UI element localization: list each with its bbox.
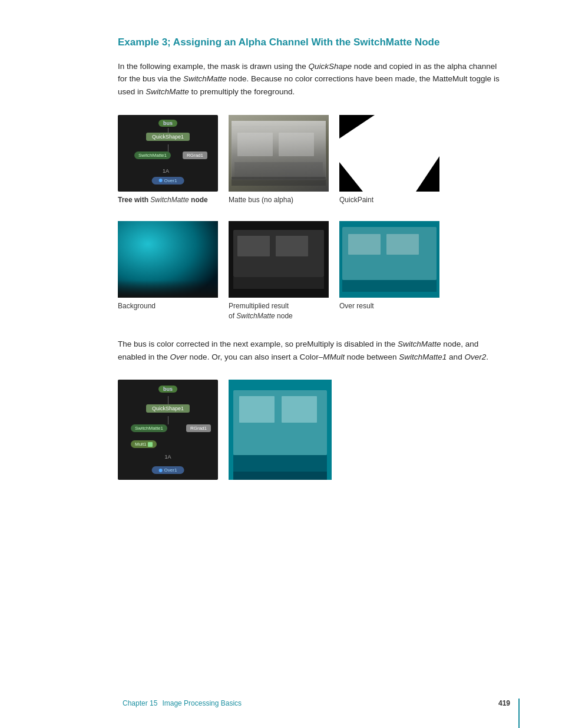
tree2-image: bus QuickShape1 SwitchMatte1 RGrad1 Mult… — [118, 380, 218, 480]
image-block-premult: Premultiplied resultof SwitchMatte node — [229, 221, 329, 321]
over-result-image — [339, 221, 439, 298]
svg-rect-11 — [233, 277, 324, 289]
tree2-sm-node: SwitchMatte1 — [131, 424, 167, 432]
footer-line — [518, 699, 520, 728]
image-row-3: bus QuickShape1 SwitchMatte1 RGrad1 Mult… — [118, 380, 515, 483]
tree2-rg-node: RGrad1 — [186, 424, 211, 432]
tree2-qs-node: QuickShape1 — [146, 404, 190, 413]
body-paragraph-1: In the following example, the mask is dr… — [118, 60, 507, 98]
svg-marker-5 — [339, 115, 439, 192]
svg-rect-9 — [237, 236, 270, 256]
bus-photo — [229, 115, 329, 192]
tree-image: bus QuickShape1 SwitchMatte1 RGrad1 1A O… — [118, 115, 218, 192]
footer-chapter: Chapter 15Image Processing Basics — [118, 699, 242, 707]
section-title: Example 3; Assigning an Alpha Channel Wi… — [118, 35, 515, 50]
image-block-quickpaint: QuickPaint — [339, 115, 439, 205]
tree2-over-node: Over1 — [152, 466, 184, 474]
background-image — [118, 221, 218, 298]
svg-rect-22 — [233, 472, 327, 480]
premult-caption: Premultiplied resultof SwitchMatte node — [229, 301, 293, 321]
tree2-1a-label: 1A — [164, 454, 171, 460]
svg-rect-6 — [118, 221, 218, 298]
svg-rect-20 — [282, 396, 317, 423]
bus-svg — [229, 115, 329, 192]
tree2-bus-node: bus — [158, 386, 177, 393]
image-row-1: bus QuickShape1 SwitchMatte1 RGrad1 1A O… — [118, 115, 515, 205]
tree2-mult-node: Mult1 — [131, 440, 157, 448]
premult-image — [229, 221, 329, 298]
image-block-background: Background — [118, 221, 218, 311]
quickpaint-image — [339, 115, 439, 192]
image-block-over-result: Over result — [339, 221, 439, 311]
quickshape-node: QuickShape1 — [146, 133, 190, 141]
bg-svg — [118, 221, 218, 298]
svg-rect-4 — [232, 177, 326, 186]
1a-label: 1A — [163, 168, 169, 174]
bus-caption: Matte bus (no alpha) — [229, 195, 293, 205]
tree2-over-dot — [159, 469, 163, 472]
svg-rect-1 — [237, 133, 273, 156]
footer-page-number: 419 — [498, 699, 515, 707]
tree2-line1 — [168, 396, 168, 404]
body-paragraph-2: The bus is color corrected in the next e… — [118, 338, 507, 363]
image-row-2: Background Premultiplied resultof Switch… — [118, 221, 515, 321]
svg-rect-3 — [234, 162, 323, 177]
quickpaint-svg — [339, 115, 439, 192]
switchmatte-node: SwitchMatte1 — [134, 151, 171, 159]
over-result-caption: Over result — [339, 301, 374, 311]
tree-caption: Tree with SwitchMatte node — [118, 195, 208, 205]
image-block-tree2: bus QuickShape1 SwitchMatte1 RGrad1 Mult… — [118, 380, 218, 483]
tree2-line2 — [168, 416, 168, 424]
footer: Chapter 15Image Processing Basics 419 — [0, 699, 562, 707]
svg-rect-10 — [276, 236, 308, 256]
bus-photo2-image — [229, 380, 332, 480]
svg-rect-16 — [342, 280, 437, 292]
svg-rect-15 — [386, 234, 419, 255]
image-block-bus: Matte bus (no alpha) — [229, 115, 329, 205]
premult-svg — [229, 221, 329, 298]
bus-node: bus — [158, 120, 177, 127]
svg-rect-14 — [348, 234, 381, 255]
quickpaint-caption: QuickPaint — [339, 195, 373, 205]
page-container: Example 3; Assigning an Alpha Channel Wi… — [0, 0, 562, 728]
image-block-tree: bus QuickShape1 SwitchMatte1 RGrad1 1A O… — [118, 115, 218, 205]
over-result-svg — [339, 221, 439, 298]
rgrad-node: RGrad1 — [183, 151, 207, 159]
bus2-svg — [229, 380, 332, 480]
over-node: Over1 — [152, 177, 184, 185]
image-block-bus2 — [229, 380, 332, 483]
svg-rect-21 — [233, 455, 327, 472]
svg-rect-19 — [239, 396, 275, 423]
background-caption: Background — [118, 301, 156, 311]
svg-rect-2 — [279, 133, 314, 156]
over-dot — [159, 179, 163, 182]
